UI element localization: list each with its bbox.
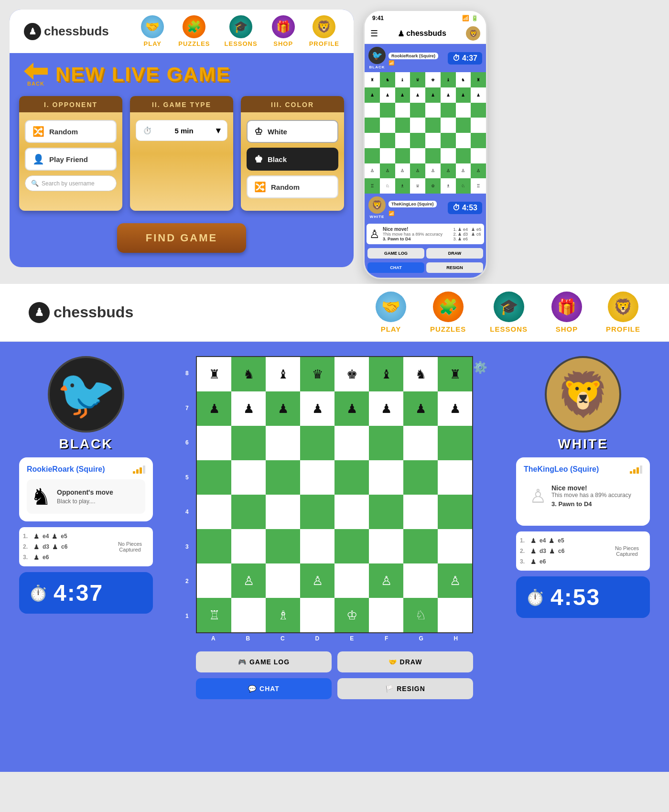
board-cell[interactable]: ♙ [266, 563, 300, 598]
board-cell[interactable] [369, 529, 403, 563]
board-cell[interactable] [438, 495, 472, 529]
board-cell[interactable] [300, 460, 334, 495]
board-cell[interactable] [369, 495, 403, 529]
white-color-btn[interactable]: ♔ White [247, 120, 338, 143]
board-cell[interactable] [300, 529, 334, 563]
board-cell[interactable] [231, 426, 266, 460]
board-cell[interactable] [300, 426, 334, 460]
color-header: III. COLOR [241, 96, 344, 112]
board-cell[interactable]: ♟ [438, 391, 472, 426]
bottom-nav-play[interactable]: 🤝 PLAY [376, 292, 406, 333]
bottom-nav-profile[interactable]: 🦁 PROFILE [606, 292, 640, 333]
black-color-btn[interactable]: ♚ Black [247, 148, 338, 171]
board-cell[interactable]: ♟ [403, 391, 438, 426]
board-cell[interactable]: ♟ [266, 391, 300, 426]
draw-btn[interactable]: 🤝 DRAW [337, 651, 473, 672]
board-cell[interactable]: ♟ [369, 391, 403, 426]
board-cell[interactable] [369, 460, 403, 495]
board-cell[interactable]: ♝ [369, 357, 403, 391]
board-cell[interactable] [231, 495, 266, 529]
board-cell[interactable]: ♝ [266, 357, 300, 391]
board-cell[interactable]: ♜ [438, 357, 472, 391]
nav-shop[interactable]: 🎁 SHOP [272, 15, 295, 47]
board-cell[interactable]: ♞ [231, 357, 266, 391]
board-cell[interactable]: ♘ [403, 598, 438, 632]
board-cell[interactable] [403, 426, 438, 460]
bottom-nav-puzzles[interactable]: 🧩 PUZZLES [430, 292, 466, 333]
board-cell[interactable] [197, 426, 231, 460]
phone-game-log-btn[interactable]: GAME LOG [367, 248, 424, 259]
bottom-nav-lessons[interactable]: 🎓 LESSONS [490, 292, 528, 333]
phone-black-avatar: 🐦 [368, 47, 386, 64]
board-cell[interactable]: ♜ [197, 357, 231, 391]
search-username[interactable]: 🔍 Search by username [25, 175, 117, 191]
board-cell[interactable]: ♙ [334, 495, 369, 529]
bottom-nav-shop[interactable]: 🎁 SHOP [551, 292, 582, 333]
board-cell[interactable] [438, 426, 472, 460]
board-cell[interactable]: ♙ [197, 563, 231, 598]
phone-chat-btn[interactable]: CHAT [367, 262, 424, 273]
board-cell[interactable] [197, 529, 231, 563]
nav-profile[interactable]: 🦁 PROFILE [309, 15, 339, 47]
board-cell[interactable]: ♟ [231, 391, 266, 426]
board-cell[interactable]: ♗ [266, 598, 300, 632]
clock-icon2: ⏱ [453, 204, 460, 212]
board-cell[interactable] [403, 460, 438, 495]
board-cell[interactable] [334, 426, 369, 460]
phone-board-cell [410, 103, 425, 118]
board-cell[interactable] [369, 426, 403, 460]
time-control-dropdown[interactable]: ⏱️ 5 min ▾ [136, 120, 227, 141]
play-friend-btn[interactable]: 👤 Play Friend [25, 148, 117, 171]
hamburger-icon[interactable]: ☰ [370, 28, 378, 39]
board-cell[interactable] [231, 460, 266, 495]
board-cell[interactable]: ♙ [438, 563, 472, 598]
board-cell[interactable] [266, 426, 300, 460]
settings-gear-icon[interactable]: ⚙️ [473, 361, 487, 374]
back-button[interactable]: BACK [24, 63, 48, 87]
board-cell[interactable] [334, 529, 369, 563]
nav-play[interactable]: 🤝 PLAY [141, 15, 164, 47]
nav-puzzles[interactable]: 🧩 PUZZLES [178, 15, 210, 47]
nav-lessons[interactable]: 🎓 LESSONS [225, 15, 258, 47]
nav-lessons-label: LESSONS [225, 40, 258, 47]
chat-btn[interactable]: 💬 CHAT [196, 678, 332, 699]
random-color-btn[interactable]: 🔀 Random [247, 175, 338, 198]
board-cell[interactable] [231, 529, 266, 563]
board-cell[interactable] [334, 563, 369, 598]
board-cell[interactable] [266, 495, 300, 529]
board-cell[interactable] [300, 495, 334, 529]
board-cell[interactable]: ♖ [438, 598, 472, 632]
board-cell[interactable]: ♘ [231, 598, 266, 632]
board-cell[interactable]: ♔ [334, 598, 369, 632]
board-cell[interactable] [197, 495, 231, 529]
board-cell[interactable]: ♚ [334, 357, 369, 391]
board-cell[interactable] [334, 460, 369, 495]
board-cell[interactable]: ♟ [300, 391, 334, 426]
board-cell[interactable]: ♕ [300, 598, 334, 632]
board-cell[interactable]: ♖ [197, 598, 231, 632]
board-cell[interactable]: ♞ [403, 357, 438, 391]
phone-profile-avatar[interactable]: 🦁 [466, 26, 480, 41]
board-cell[interactable]: ♟ [334, 391, 369, 426]
game-log-btn[interactable]: 🎮 GAME LOG [196, 651, 332, 672]
board-cell[interactable] [266, 529, 300, 563]
phone-draw-btn[interactable]: DRAW [426, 248, 483, 259]
board-cell[interactable]: ♙ [403, 563, 438, 598]
board-cell[interactable]: ♛ [300, 357, 334, 391]
board-cell[interactable] [438, 460, 472, 495]
board-cell[interactable] [438, 529, 472, 563]
board-cell[interactable]: ♗ [369, 598, 403, 632]
find-game-button[interactable]: FIND GAME [117, 223, 246, 253]
board-cell[interactable]: ♟ [197, 391, 231, 426]
board-cell[interactable] [403, 529, 438, 563]
board-cell[interactable]: ♙ [231, 563, 266, 598]
board-cell[interactable] [266, 460, 300, 495]
random-opponent-btn[interactable]: 🔀 Random [25, 120, 117, 143]
phone-white-info: 🦁 WHITE [368, 196, 386, 219]
board-cell[interactable]: ♙ [300, 563, 334, 598]
board-cell[interactable] [403, 495, 438, 529]
board-cell[interactable]: ♙ [369, 563, 403, 598]
phone-resign-btn[interactable]: RESIGN [426, 262, 483, 273]
resign-btn[interactable]: 🏳️ RESIGN [337, 678, 473, 699]
board-cell[interactable] [197, 460, 231, 495]
